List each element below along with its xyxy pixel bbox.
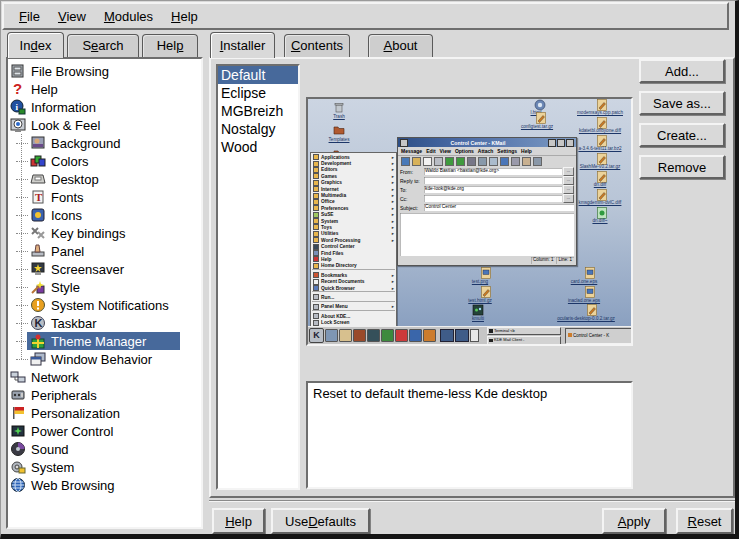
kmenu-item-icon <box>313 154 319 160</box>
tab-search[interactable]: Search <box>67 34 139 57</box>
tab-about[interactable]: About <box>368 34 433 57</box>
colors-icon <box>30 153 46 169</box>
tree-branch-line <box>16 197 28 198</box>
sidebar-item-label: Fonts <box>51 190 84 205</box>
sidebar-item-colors[interactable]: Colors <box>8 152 201 170</box>
submenu-arrow-icon: ▸ <box>392 219 394 224</box>
kmenu-item-label: Preferences <box>321 206 392 211</box>
sidebar-item-look-feel[interactable]: Look & Feel <box>8 116 201 134</box>
theme-preview: TrashTemplatesAutostartl.htmlconfigtest.… <box>306 97 633 346</box>
sidebar-item-system-notifications[interactable]: System Notifications <box>8 296 201 314</box>
task-button-kde-mail-client: KDE Mail Client - <box>487 336 561 344</box>
desktop-icon-label-test-html-gz: test.html.gz <box>452 298 508 303</box>
icons-icon <box>30 207 46 223</box>
remove-button[interactable]: Remove <box>639 155 725 179</box>
pager-desktop-1 <box>440 329 454 342</box>
menu-modules[interactable]: Modules <box>95 7 162 26</box>
desktop-icon-label-inaclad-one-eps: inaclad.one.eps <box>556 298 612 303</box>
sidebar-item-information[interactable]: iInformation <box>8 98 201 116</box>
theme-item-eclipse[interactable]: Eclipse <box>218 84 298 102</box>
kmenu-item-label: Office <box>321 199 392 204</box>
composer-menu-settings: Settings <box>497 148 517 154</box>
sidebar-item-key-bindings[interactable]: Key bindings <box>8 224 201 242</box>
submenu-arrow-icon: ▸ <box>392 231 394 236</box>
theme-item-wood[interactable]: Wood <box>218 138 298 156</box>
composer-field-browse-button: ... <box>563 176 574 185</box>
desktop-icon-kmulti <box>472 304 484 316</box>
composer-field-from: From:Waldo Bastian <bastian@kde.org>... <box>398 167 576 176</box>
sidebar-item-peripherals[interactable]: Peripherals <box>8 386 201 404</box>
composer-window-buttons <box>548 139 574 147</box>
menu-view[interactable]: View <box>49 7 95 26</box>
power-control-icon <box>10 423 26 439</box>
taskbar-app-icon-2 <box>353 329 366 342</box>
sidebar-item-desktop[interactable]: Desktop <box>8 170 201 188</box>
theme-item-default[interactable]: Default <box>218 66 298 84</box>
create-button[interactable]: Create... <box>639 123 725 147</box>
sidebar-item-label: Web Browsing <box>31 478 115 493</box>
help-button[interactable]: Help <box>212 508 265 534</box>
desktop-icon-label-trash: Trash <box>311 114 367 119</box>
sidebar-item-panel[interactable]: Panel <box>8 242 201 260</box>
sidebar-item-screensaver[interactable]: Screensaver <box>8 260 201 278</box>
desktop-icon-label-kdatetbl-offbyone-diff: kdatetbl.offbyone.diff <box>571 128 629 133</box>
sidebar-item-personalization[interactable]: Personalization <box>8 404 201 422</box>
menu-file[interactable]: File <box>10 7 49 26</box>
sidebar-item-window-behavior[interactable]: Window Behavior <box>8 350 201 368</box>
sidebar-item-system[interactable]: System <box>8 458 201 476</box>
sidebar-item-network[interactable]: Network <box>8 368 201 386</box>
kmenu-item-icon <box>313 256 319 262</box>
kmenu-item-label: Run... <box>321 295 394 300</box>
use-defaults-button[interactable]: Use Defaults <box>271 508 370 534</box>
sidebar-item-style[interactable]: Style <box>8 278 201 296</box>
sidebar-item-sound[interactable]: Sound <box>8 440 201 458</box>
sidebar-item-power-control[interactable]: Power Control <box>8 422 201 440</box>
submenu-arrow-icon: ▸ <box>392 225 394 230</box>
sidebar-item-label: System <box>31 460 74 475</box>
save-as-button[interactable]: Save as... <box>639 91 725 115</box>
apply-button[interactable]: Apply <box>602 508 666 534</box>
composer-title: Control Center - KMail <box>408 140 548 146</box>
preview-taskbar: KTerminal <bKDE Mail Client -Control Cen… <box>308 326 631 344</box>
sidebar-item-label: Taskbar <box>51 316 97 331</box>
submenu-arrow-icon: ▸ <box>392 199 394 204</box>
tab-installer[interactable]: Installer <box>210 32 275 58</box>
kmenu-item-label: Quick Browser <box>321 286 392 291</box>
style-icon <box>30 279 46 295</box>
kmail-composer-window: Control Center - KMailMessageEditViewOpt… <box>397 137 577 266</box>
theme-item-mgbreizh[interactable]: MGBreizh <box>218 102 298 120</box>
kmenu-item-label: Internet <box>321 187 392 192</box>
sidebar-item-icons[interactable]: Icons <box>8 206 201 224</box>
composer-menubar: MessageEditViewOptionsAttachSettingsHelp <box>398 147 576 156</box>
sidebar-item-help[interactable]: ?Help <box>8 80 201 98</box>
sidebar-item-fonts[interactable]: TFonts <box>8 188 201 206</box>
tab-help[interactable]: Help <box>142 34 198 57</box>
sidebar-item-web-browsing[interactable]: Web Browsing <box>8 476 201 494</box>
kmenu-item-label: Panel Menu <box>321 304 392 309</box>
taskbar-app-icon-0 <box>325 329 338 342</box>
sidebar-item-file-browsing[interactable]: File Browsing <box>8 62 201 80</box>
taskbar-app-icon-4 <box>381 329 394 342</box>
sidebar-item-label: Panel <box>51 244 84 259</box>
reset-button[interactable]: Reset <box>676 508 733 534</box>
theme-description-text: Reset to default theme-less Kde desktop <box>313 386 547 401</box>
theme-item-nostalgy[interactable]: Nostalgy <box>218 120 298 138</box>
submenu-arrow-icon: ▸ <box>392 286 394 291</box>
kmenu-item-label: Word Processing <box>321 238 392 243</box>
kmenu-item-icon <box>313 180 319 186</box>
panel-icon <box>30 243 46 259</box>
add-button[interactable]: Add... <box>639 59 725 83</box>
composer-close-icon <box>566 139 574 147</box>
composer-toolbar-icon-2 <box>423 157 432 166</box>
system-icon <box>10 459 26 475</box>
desktop-icon-label-dn-diff: dn.diff~ <box>571 218 629 223</box>
tab-index[interactable]: Index <box>7 32 64 58</box>
kmenu-item-label: Bookmarks <box>321 273 392 278</box>
sidebar-item-background[interactable]: Background <box>8 134 201 152</box>
menu-help[interactable]: Help <box>162 7 207 26</box>
task-icon <box>568 333 572 337</box>
kmenu-item-icon <box>313 272 319 278</box>
tab-contents[interactable]: Contents <box>284 34 350 57</box>
sidebar-item-taskbar[interactable]: KTaskbar <box>8 314 201 332</box>
sidebar-item-theme-manager[interactable]: Theme Manager <box>8 332 201 350</box>
